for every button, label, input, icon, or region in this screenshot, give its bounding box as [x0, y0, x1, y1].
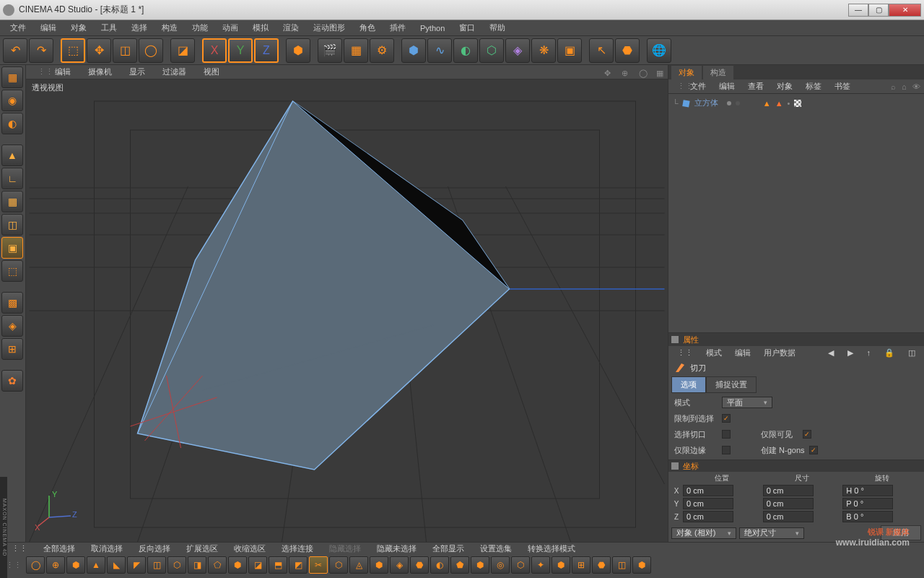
object-mode-button[interactable]: ◉ — [1, 90, 23, 111]
nav-fwd-icon[interactable]: ▶ — [842, 348, 859, 358]
cmd-24[interactable]: ◎ — [491, 556, 510, 574]
new-icon[interactable]: ◫ — [902, 348, 921, 358]
eye-icon[interactable]: 👁 — [912, 82, 921, 91]
obj-menu-file[interactable]: 文件 — [684, 79, 712, 93]
sel-shrink[interactable]: 收缩选区 — [227, 543, 273, 555]
pos-x-field[interactable] — [683, 485, 733, 496]
model-mode-button[interactable]: ▦ — [1, 66, 23, 88]
cmd-28[interactable]: ⊞ — [572, 556, 590, 574]
cmd-7[interactable]: ◫ — [147, 556, 166, 574]
texture-mode-button[interactable]: ◐ — [1, 113, 23, 134]
snap-button[interactable]: ⊞ — [1, 338, 23, 360]
vp-pan-icon[interactable]: ✥ — [597, 67, 611, 77]
axis-x-button[interactable]: X — [202, 38, 227, 63]
viewport-solo-button[interactable]: ◈ — [1, 315, 23, 337]
lock-icon[interactable]: 🔒 — [879, 348, 900, 358]
menu-edit[interactable]: 编辑 — [35, 21, 62, 35]
cmd-19[interactable]: ◈ — [390, 556, 409, 574]
hide-unsel[interactable]: 隐藏未选择 — [370, 543, 424, 555]
pos-y-field[interactable] — [683, 498, 733, 509]
uv-point-button[interactable]: ▣ — [1, 237, 23, 259]
vp-layout-icon[interactable]: ▦ — [649, 67, 663, 77]
menu-character[interactable]: 角色 — [354, 21, 381, 35]
last-tool[interactable]: ◪ — [170, 38, 195, 63]
arrow-button[interactable]: ↖ — [589, 38, 614, 63]
edge-mode-button[interactable]: ∟ — [1, 168, 23, 189]
deformer-button[interactable]: ◈ — [505, 38, 530, 63]
show-all[interactable]: 全部显示 — [425, 543, 471, 555]
sel-cut-checkbox[interactable] — [722, 430, 731, 439]
undo-button[interactable]: ↶ — [3, 38, 27, 63]
vp-menu-view[interactable]: 视图 — [196, 65, 227, 79]
close-button[interactable]: ✕ — [889, 4, 921, 17]
redo-button[interactable]: ↷ — [29, 38, 53, 63]
vp-menu-filter[interactable]: 过滤器 — [155, 65, 193, 79]
menu-file[interactable]: 文件 — [4, 21, 32, 35]
phong-tag-icon[interactable]: ▲ — [763, 99, 771, 108]
move-tool[interactable]: ✥ — [87, 38, 111, 63]
obj-menu-object[interactable]: 对象 — [771, 79, 798, 93]
size-z-field[interactable] — [763, 511, 814, 522]
sel-grow[interactable]: 扩展选区 — [179, 543, 225, 555]
cmd-22[interactable]: ⬟ — [450, 556, 469, 574]
sel-none[interactable]: 取消选择 — [84, 543, 130, 555]
grip-icon[interactable]: ⋮⋮ — [671, 80, 683, 92]
enable-axis-button[interactable]: ▩ — [1, 292, 23, 314]
axis-z-button[interactable]: Z — [254, 38, 279, 63]
mode-dropdown[interactable]: 平面 — [722, 397, 772, 408]
cmd-1[interactable]: ◯ — [26, 556, 45, 574]
cmd-6[interactable]: ◤ — [127, 556, 146, 574]
render-pv-button[interactable]: ▦ — [344, 38, 368, 63]
maximize-button[interactable]: ▢ — [868, 4, 889, 17]
menu-python[interactable]: Python — [414, 22, 450, 34]
size-x-field[interactable] — [763, 485, 814, 496]
apply-button[interactable]: 应用 — [881, 525, 921, 540]
tab-structure[interactable]: 构造 — [703, 66, 733, 79]
coord-system-button[interactable]: ⬢ — [286, 38, 310, 63]
vertex-map-button[interactable]: ⬚ — [1, 260, 23, 282]
vp-menu-camera[interactable]: 摄像机 — [81, 65, 119, 79]
coord-space-dropdown[interactable]: 对象 (相对) — [671, 527, 736, 539]
cmd-13[interactable]: ⬒ — [269, 556, 287, 574]
cmd-9[interactable]: ◨ — [188, 556, 206, 574]
rot-p-field[interactable] — [842, 498, 893, 509]
only-vis-checkbox[interactable]: ✓ — [803, 430, 811, 439]
menu-tool[interactable]: 工具 — [95, 21, 123, 35]
cmd-3[interactable]: ⬢ — [66, 556, 85, 574]
collapse-icon[interactable] — [671, 462, 679, 470]
point-mode-button[interactable]: ▲ — [1, 144, 23, 166]
scale-tool[interactable]: ◫ — [113, 38, 137, 63]
select-tool[interactable]: ⬚ — [61, 38, 85, 63]
sel-connected[interactable]: 选择连接 — [274, 543, 321, 555]
spline-button[interactable]: ∿ — [427, 38, 452, 63]
obj-menu-edit[interactable]: 编辑 — [713, 79, 741, 93]
attr-menu-edit[interactable]: 编辑 — [729, 347, 757, 359]
cmd-4[interactable]: ▲ — [87, 556, 105, 574]
cmd-17[interactable]: ◬ — [349, 556, 368, 574]
menu-mograph[interactable]: 运动图形 — [308, 21, 351, 35]
set-selset[interactable]: 设置选集 — [473, 543, 519, 555]
size-y-field[interactable] — [763, 498, 814, 509]
vp-zoom-icon[interactable]: ⊕ — [614, 67, 629, 77]
cmd-26[interactable]: ✦ — [531, 556, 550, 574]
cmd-29[interactable]: ⬣ — [592, 556, 611, 574]
menu-animate[interactable]: 动画 — [217, 21, 244, 35]
vp-menu-edit[interactable]: 编辑 — [48, 65, 78, 79]
cmd-18[interactable]: ⬢ — [370, 556, 388, 574]
cmd-10[interactable]: ⬠ — [208, 556, 227, 574]
menu-select[interactable]: 选择 — [126, 21, 153, 35]
render-view-button[interactable]: 🎬 — [318, 38, 342, 63]
cmd-8[interactable]: ⬡ — [167, 556, 186, 574]
menu-simulate[interactable]: 模拟 — [247, 21, 274, 35]
tab-objects[interactable]: 对象 — [671, 66, 702, 79]
rot-b-field[interactable] — [842, 511, 893, 522]
nav-back-icon[interactable]: ◀ — [822, 348, 840, 358]
vp-menu-display[interactable]: 显示 — [122, 65, 152, 79]
modeling-button[interactable]: ⬡ — [479, 38, 504, 63]
menu-function[interactable]: 功能 — [186, 21, 214, 35]
grip-icon[interactable]: ⋮⋮ — [30, 66, 45, 78]
cmd-30[interactable]: ◫ — [612, 556, 631, 574]
only-edge-checkbox[interactable] — [722, 446, 731, 454]
sel-invert[interactable]: 反向选择 — [131, 543, 178, 555]
menu-window[interactable]: 窗口 — [453, 21, 481, 35]
